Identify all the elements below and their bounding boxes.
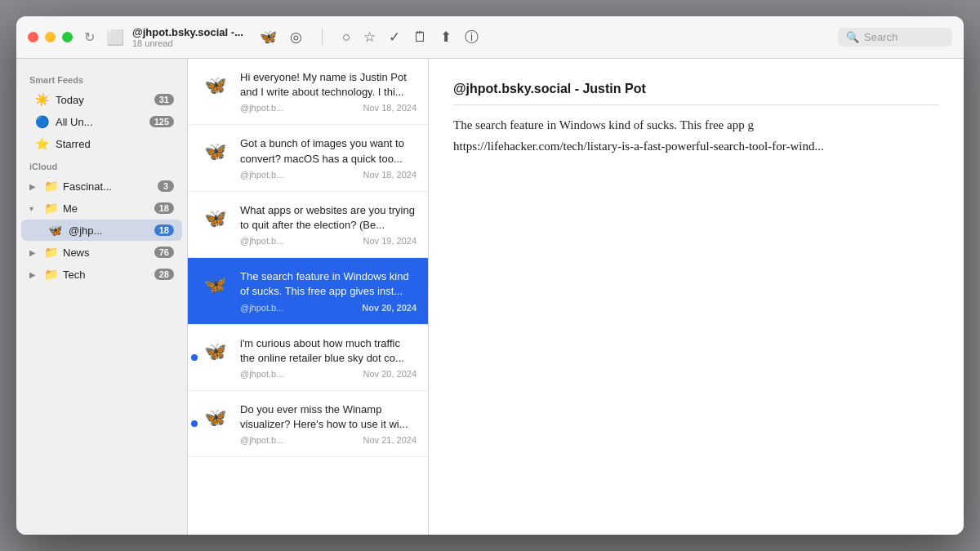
- feed-unread-count: 18 unread: [132, 38, 243, 48]
- feed-icon[interactable]: ◎: [290, 29, 302, 46]
- bluesky-icon[interactable]: 🦋: [260, 29, 277, 46]
- reading-pane: @jhpot.bsky.social - Justin Pot The sear…: [429, 59, 964, 535]
- circle-icon[interactable]: ○: [342, 29, 350, 46]
- reading-body: The search feature in Windows kind of su…: [453, 115, 939, 157]
- article-item[interactable]: 🦋 Hi everyone! My name is Justin Pot and…: [188, 59, 428, 125]
- article-date: Nov 21, 2024: [363, 435, 416, 445]
- all-unread-badge: 125: [149, 116, 174, 127]
- article-avatar: 🦋: [199, 70, 230, 101]
- chevron-right-icon: ▶: [29, 182, 39, 191]
- info-icon[interactable]: ⓘ: [465, 28, 479, 47]
- today-icon: ☀️: [34, 93, 49, 106]
- article-item[interactable]: 🦋 Do you ever miss the Winamp visualizer…: [188, 391, 428, 457]
- tech-label: Tech: [63, 269, 149, 281]
- me-badge: 18: [154, 202, 174, 214]
- butterfly-icon: 🦋: [204, 341, 226, 362]
- butterfly-icon: 🦋: [204, 407, 226, 429]
- icloud-label: iCloud: [16, 155, 187, 175]
- reload-button[interactable]: ↻: [84, 29, 95, 45]
- sidebar-folder-news[interactable]: ▶ 📁 News 76: [21, 242, 182, 263]
- toolbar-icons: 🦋 ◎ ○ ☆ ✓ 🗒 ⬆ ⓘ: [260, 28, 479, 47]
- article-author: @jhpot.b...: [240, 170, 283, 180]
- article-item[interactable]: 🦋 i'm curious about how much traffic the…: [188, 325, 428, 391]
- all-unread-label: All Un...: [56, 116, 143, 128]
- butterfly-icon: 🦋: [204, 208, 226, 229]
- article-date: Nov 18, 2024: [363, 103, 416, 113]
- share-icon[interactable]: ⬆: [440, 29, 452, 46]
- article-meta: @jhpot.b... Nov 20, 2024: [240, 369, 416, 379]
- article-body: Do you ever miss the Winamp visualizer? …: [240, 402, 416, 445]
- star-icon[interactable]: ☆: [363, 29, 376, 46]
- article-author: @jhpot.b...: [240, 103, 283, 113]
- article-date: Nov 20, 2024: [362, 303, 416, 313]
- article-item-selected[interactable]: 🦋 The search feature in Windows kind of …: [188, 258, 428, 324]
- sidebar-item-today[interactable]: ☀️ Today 31: [21, 89, 182, 110]
- note-icon[interactable]: 🗒: [413, 29, 427, 46]
- smart-feeds-label: Smart Feeds: [16, 69, 187, 88]
- news-folder-icon: 📁: [44, 246, 58, 259]
- feed-title: @jhpot.bsky.social -...: [132, 26, 243, 38]
- maximize-button[interactable]: [62, 32, 73, 42]
- me-label: Me: [63, 202, 149, 215]
- me-folder-icon: 📁: [44, 202, 58, 215]
- article-avatar: 🦋: [199, 203, 230, 234]
- news-label: News: [63, 247, 149, 259]
- reading-link[interactable]: https://lifehacker.com/tech/listary-is-a…: [453, 140, 824, 153]
- article-body: Hi everyone! My name is Justin Pot and I…: [240, 70, 416, 113]
- chevron-down-icon: ▾: [29, 204, 39, 213]
- jhpot-label: @jhp...: [69, 224, 148, 237]
- article-text: Hi everyone! My name is Justin Pot and I…: [240, 70, 416, 100]
- sidebar-item-jhpot[interactable]: 🦋 @jhp... 18: [21, 220, 182, 241]
- article-item[interactable]: 🦋 Got a bunch of images you want to conv…: [188, 125, 428, 191]
- sidebar-folder-tech[interactable]: ▶ 📁 Tech 28: [21, 264, 182, 285]
- article-body: i'm curious about how much traffic the o…: [240, 336, 416, 379]
- search-box[interactable]: 🔍 Search: [838, 28, 952, 47]
- article-meta: @jhpot.b... Nov 21, 2024: [240, 435, 416, 445]
- sidebar-folder-me[interactable]: ▾ 📁 Me 18: [21, 198, 182, 219]
- checkmark-icon[interactable]: ✓: [389, 29, 400, 46]
- article-item[interactable]: 🦋 What apps or websites are you trying t…: [188, 192, 428, 258]
- titlebar-center: @jhpot.bsky.social -... 18 unread 🦋 ◎ ○ …: [132, 26, 838, 48]
- app-window: ↻ ⬜ @jhpot.bsky.social -... 18 unread 🦋 …: [16, 16, 964, 535]
- tech-chevron-icon: ▶: [29, 270, 39, 279]
- sidebar-toggle-button[interactable]: ⬜: [106, 29, 124, 47]
- sidebar-folder-fascinat[interactable]: ▶ 📁 Fascinat... 3: [21, 176, 182, 197]
- main-content: Smart Feeds ☀️ Today 31 🔵 All Un... 125 …: [16, 59, 964, 535]
- article-body: The search feature in Windows kind of su…: [240, 269, 416, 312]
- article-avatar: 🦋: [199, 136, 230, 167]
- reading-text: The search feature in Windows kind of su…: [453, 118, 754, 131]
- today-badge: 31: [154, 94, 174, 105]
- titlebar: ↻ ⬜ @jhpot.bsky.social -... 18 unread 🦋 …: [16, 16, 964, 59]
- star-feed-icon: ⭐: [34, 137, 49, 150]
- news-badge: 76: [154, 247, 174, 258]
- today-label: Today: [56, 94, 148, 106]
- article-author: @jhpot.b...: [240, 435, 283, 445]
- article-meta: @jhpot.b... Nov 19, 2024: [240, 236, 416, 246]
- minimize-button[interactable]: [45, 32, 56, 42]
- fascinat-badge: 3: [158, 180, 174, 192]
- sidebar-item-starred[interactable]: ⭐ Starred: [21, 133, 182, 154]
- article-text: Do you ever miss the Winamp visualizer? …: [240, 402, 416, 432]
- tech-badge: 28: [154, 269, 174, 280]
- search-label: Search: [864, 31, 898, 43]
- news-chevron-icon: ▶: [29, 248, 39, 257]
- article-meta: @jhpot.b... Nov 18, 2024: [240, 170, 416, 180]
- article-body: What apps or websites are you trying to …: [240, 203, 416, 246]
- jhpot-badge: 18: [154, 224, 174, 236]
- article-text: What apps or websites are you trying to …: [240, 203, 416, 233]
- sidebar-item-all-unread[interactable]: 🔵 All Un... 125: [21, 111, 182, 132]
- article-text: Got a bunch of images you want to conver…: [240, 136, 416, 166]
- bluesky-feed-icon: 🦋: [47, 224, 62, 237]
- article-author: @jhpot.b...: [240, 236, 283, 246]
- reading-author: @jhpot.bsky.social - Justin Pot: [453, 82, 939, 105]
- article-meta: @jhpot.b... Nov 18, 2024: [240, 103, 416, 113]
- close-button[interactable]: [28, 32, 38, 42]
- article-list: 🦋 Hi everyone! My name is Justin Pot and…: [188, 59, 429, 535]
- butterfly-icon: 🦋: [204, 141, 226, 162]
- article-avatar: 🦋: [199, 402, 230, 433]
- article-meta: @jhpot.b... Nov 20, 2024: [240, 303, 416, 313]
- toolbar-separator: [322, 29, 323, 47]
- article-author: @jhpot.b...: [240, 369, 283, 379]
- folder-icon: 📁: [44, 180, 58, 193]
- feed-title-area: @jhpot.bsky.social -... 18 unread: [132, 26, 243, 48]
